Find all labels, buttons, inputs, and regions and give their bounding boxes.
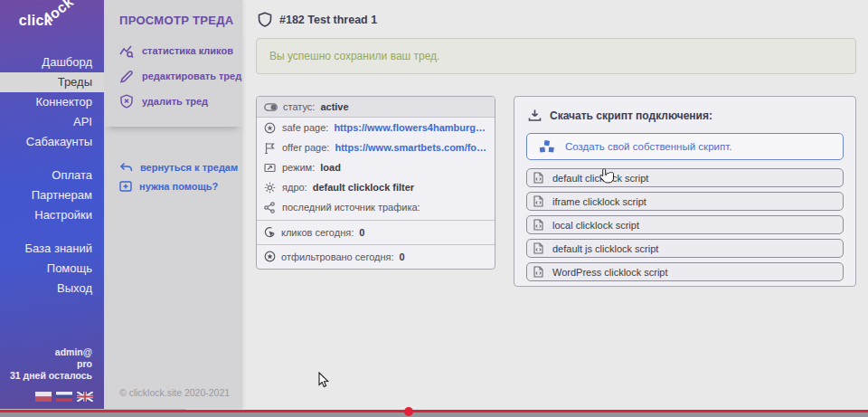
sidebar-item-logout[interactable]: Выход [0,279,104,299]
script-button-label: default js clicklock script [552,243,658,254]
badge-star-icon [264,251,276,264]
last-traffic-source-row: последний источник трафика: [257,197,495,217]
panel-links: вернуться к тредам нужна помощь? [104,127,242,195]
russia-flag[interactable] [56,392,72,402]
script-button-default-js[interactable]: default js clicklock script [526,239,844,258]
action-delete-thread[interactable]: удалить тред [119,89,242,114]
core-row: ядро: default clicklock filter [257,177,495,197]
account-email: admin@ [10,346,92,358]
status-row: статус: active [257,97,495,118]
flag-pennant-icon [264,142,277,154]
clicks-today-value: 0 [359,227,364,238]
row-label: кликов сегодня: [281,227,354,238]
clicklock-logo: clicklock [0,0,104,29]
file-code-icon [533,219,543,231]
file-code-icon [533,195,543,207]
mouse-arrow-cursor [318,372,329,388]
language-switcher [35,392,93,402]
offer-page-link[interactable]: https://www.smartbets.com/football/tea..… [335,142,487,153]
cubes-icon [538,139,556,155]
script-button-label: iframe clicklock script [552,196,646,207]
uk-flag[interactable] [77,392,93,402]
sidebar-item-partners[interactable]: Партнерам [0,185,104,205]
sidebar-item-subaccounts[interactable]: Сабакаунты [0,132,104,152]
row-label: отфильтровано сегодня: [281,251,394,262]
download-scripts-card: Скачать скрипт подключения: Создать свой… [514,96,856,287]
script-button-local[interactable]: local clicklock script [526,215,844,234]
bottom-bar [0,412,868,417]
scripts-card-title: Скачать скрипт подключения: [550,109,712,122]
clicks-today-row: кликов сегодня: 0 [257,220,495,244]
sidebar-item-settings[interactable]: Настройки [0,205,104,225]
toggle-on-icon[interactable] [264,103,278,111]
row-label: последний источник трафика: [282,202,420,213]
action-edit-thread[interactable]: редактировать тред [119,63,242,89]
status-value: active [320,101,348,112]
action-click-stats[interactable]: статистика кликов [119,38,242,63]
click-circle-icon [264,226,276,240]
sidebar-item-connector[interactable]: Коннектор [0,92,104,112]
file-code-icon [533,242,543,254]
video-progress-handle[interactable] [404,407,413,416]
sidebar-item-api[interactable]: API [0,112,104,132]
click-stats-icon [119,44,134,58]
edit-icon [119,70,134,83]
back-arrow-icon [119,162,133,173]
back-to-threads-link[interactable]: вернуться к тредам [119,157,242,176]
script-button-label: local clicklock script [552,220,639,231]
thread-status-card: статус: active safe page: https://www.fl… [256,96,495,270]
download-icon [528,109,542,122]
script-button-wordpress[interactable]: WordPress clicklock script [526,262,844,281]
create-own-script-button[interactable]: Создать свой собственный скрипт. [526,133,844,160]
script-button-label: WordPress clicklock script [552,267,668,278]
action-label: редактировать тред [142,71,241,81]
row-label: safe page: [282,122,328,133]
safe-page-link[interactable]: https://www.flowers4hamburg.com/ [334,122,487,133]
row-label: ядро: [282,182,307,193]
panel-title: ПРОСМОТР ТРЕДА [104,0,242,27]
script-button-iframe[interactable]: iframe clicklock script [526,192,844,211]
thread-actions: статистика кликов редактировать тред уда… [104,27,242,127]
app-window: clicklock Дашборд Треды Коннектор API Са… [0,0,868,417]
gear-icon [264,182,277,194]
file-code-icon [533,172,543,184]
row-label: offer page: [282,142,329,153]
scripts-card-header: Скачать скрипт подключения: [528,109,844,122]
video-progress-bar[interactable] [0,410,868,412]
copyright: © clicklock.site 2020-2021 [119,387,230,398]
sidebar-item-dashboard[interactable]: Дашборд [0,52,104,72]
mode-box-arrow-icon [264,163,277,173]
help-plus-icon [119,181,132,192]
action-label: удалить тред [142,96,208,107]
success-alert-text: Вы успешно сохранили ваш тред. [269,50,439,62]
account-plan: pro [10,358,92,370]
thread-header: #182 Test thread 1 [242,0,868,27]
need-help-link[interactable]: нужна помощь? [119,176,242,195]
thread-view-panel: ПРОСМОТР ТРЕДА статистика кликов редакти… [104,0,242,409]
mode-value: load [320,162,341,173]
poland-flag[interactable] [35,392,52,402]
shield-icon [258,12,272,27]
sidebar-item-payment[interactable]: Оплата [0,166,104,185]
script-button-default[interactable]: default clicklock script [526,168,844,187]
safe-page-row: safe page: https://www.flowers4hamburg.c… [257,118,495,137]
sidebar-item-help[interactable]: Помощь [0,259,104,279]
link-label: вернуться к тредам [140,162,238,173]
account-info: admin@ pro 31 дней осталось [10,346,92,382]
thread-title: #182 Test thread 1 [279,14,377,26]
file-code-icon [533,266,543,278]
delete-shield-icon [119,94,134,109]
sidebar-item-knowledge-base[interactable]: База знаний [0,239,104,259]
action-label: статистика кликов [142,45,233,56]
mouse-pointer-hand-cursor [599,167,614,185]
main-content: #182 Test thread 1 Вы успешно сохранили … [242,0,868,409]
success-alert: Вы успешно сохранили ваш тред. [256,38,856,74]
status-label: статус: [283,101,315,112]
filtered-today-row: отфильтровано сегодня: 0 [257,244,495,269]
sidebar-item-threads[interactable]: Треды [0,72,104,92]
create-own-script-label: Создать свой собственный скрипт. [565,141,731,152]
share-icon [264,202,277,213]
sidebar: clicklock Дашборд Треды Коннектор API Са… [0,0,104,409]
badge-star-icon [264,122,277,134]
core-value: default clicklock filter [313,182,414,193]
